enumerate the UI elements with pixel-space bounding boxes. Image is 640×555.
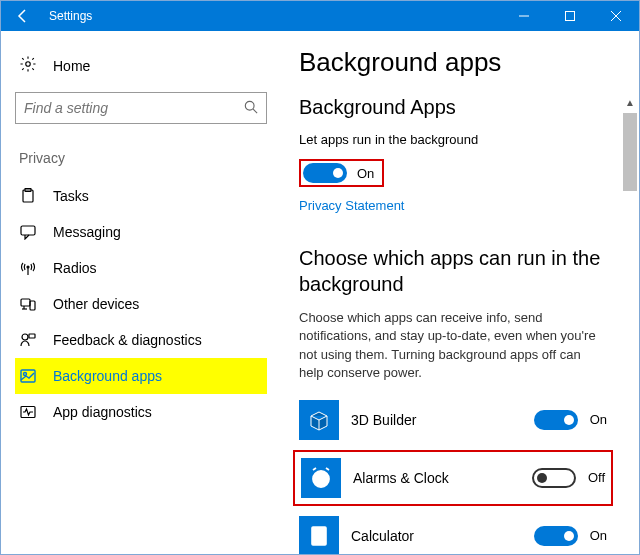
3d-builder-icon <box>299 400 339 440</box>
back-button[interactable] <box>9 2 37 30</box>
scrollbar[interactable]: ▲ <box>621 53 639 554</box>
master-toggle[interactable] <box>303 163 347 183</box>
close-button[interactable] <box>593 1 639 31</box>
sidebar-item-background-apps[interactable]: Background apps <box>15 358 267 394</box>
antenna-icon <box>19 260 37 276</box>
svg-point-14 <box>22 334 28 340</box>
svg-rect-7 <box>21 226 35 235</box>
sidebar-item-label: Radios <box>53 260 97 276</box>
svg-point-2 <box>26 62 31 67</box>
svg-rect-11 <box>30 301 35 310</box>
sidebar-item-label: App diagnostics <box>53 404 152 420</box>
maximize-button[interactable] <box>547 1 593 31</box>
svg-point-8 <box>27 266 29 268</box>
sidebar-item-label: Feedback & diagnostics <box>53 332 202 348</box>
app-toggle-state: Off <box>588 470 605 485</box>
section-heading: Choose which apps can run in the backgro… <box>299 245 607 297</box>
clipboard-icon <box>19 188 37 204</box>
svg-rect-16 <box>21 370 35 382</box>
app-name: 3D Builder <box>351 412 522 428</box>
svg-point-17 <box>24 373 27 376</box>
gear-icon <box>19 55 37 76</box>
sidebar-item-feedback[interactable]: Feedback & diagnostics <box>15 322 267 358</box>
section-heading: Background Apps <box>299 96 607 119</box>
search-input[interactable] <box>24 100 244 116</box>
svg-point-22 <box>315 536 317 538</box>
app-toggle[interactable] <box>534 526 578 546</box>
section-description: Choose which apps can receive info, send… <box>299 309 607 382</box>
svg-point-3 <box>245 101 254 110</box>
app-row: Calculator On <box>299 508 607 554</box>
annotation-box: On <box>299 159 384 187</box>
svg-point-26 <box>318 540 320 542</box>
minimize-button[interactable] <box>501 1 547 31</box>
devices-icon <box>19 296 37 312</box>
svg-line-4 <box>253 109 257 113</box>
svg-point-23 <box>318 536 320 538</box>
scroll-up-icon[interactable]: ▲ <box>623 93 637 111</box>
app-toggle-state: On <box>590 412 607 427</box>
sidebar-item-label: Tasks <box>53 188 89 204</box>
master-toggle-state: On <box>357 166 374 181</box>
search-box[interactable] <box>15 92 267 124</box>
section-label: Privacy <box>19 150 267 166</box>
chat-icon <box>19 224 37 240</box>
sidebar-item-messaging[interactable]: Messaging <box>15 214 267 250</box>
svg-rect-15 <box>29 334 35 338</box>
svg-point-24 <box>322 536 324 538</box>
app-toggle[interactable] <box>534 410 578 430</box>
sidebar-item-label: Background apps <box>53 368 162 384</box>
master-toggle-desc: Let apps run in the background <box>299 131 607 149</box>
main-panel: Background apps Background Apps Let apps… <box>281 31 639 554</box>
svg-rect-1 <box>566 12 575 21</box>
calculator-icon <box>299 516 339 554</box>
alarms-clock-icon <box>301 458 341 498</box>
home-label: Home <box>53 58 90 74</box>
picture-icon <box>19 368 37 384</box>
scroll-thumb[interactable] <box>623 113 637 191</box>
app-toggle-state: On <box>590 528 607 543</box>
sidebar-item-app-diagnostics[interactable]: App diagnostics <box>15 394 267 430</box>
page-title: Background apps <box>299 47 607 78</box>
diagnostics-icon <box>19 404 37 420</box>
search-icon <box>244 100 258 117</box>
sidebar-item-other-devices[interactable]: Other devices <box>15 286 267 322</box>
app-name: Calculator <box>351 528 522 544</box>
svg-point-25 <box>315 540 317 542</box>
sidebar: Home Privacy Tasks Messaging Radio <box>1 31 281 554</box>
window-title: Settings <box>49 9 92 23</box>
feedback-icon <box>19 332 37 348</box>
sidebar-item-radios[interactable]: Radios <box>15 250 267 286</box>
sidebar-item-label: Other devices <box>53 296 139 312</box>
sidebar-item-label: Messaging <box>53 224 121 240</box>
privacy-statement-link[interactable]: Privacy Statement <box>299 198 405 213</box>
app-row: 3D Builder On <box>299 392 607 448</box>
titlebar: Settings <box>1 1 639 31</box>
svg-point-27 <box>322 540 324 542</box>
svg-rect-21 <box>314 529 324 533</box>
app-toggle[interactable] <box>532 468 576 488</box>
app-row: Alarms & Clock Off <box>293 450 613 506</box>
svg-rect-10 <box>21 299 30 306</box>
home-button[interactable]: Home <box>15 49 267 92</box>
sidebar-item-tasks[interactable]: Tasks <box>15 178 267 214</box>
app-name: Alarms & Clock <box>353 470 520 486</box>
